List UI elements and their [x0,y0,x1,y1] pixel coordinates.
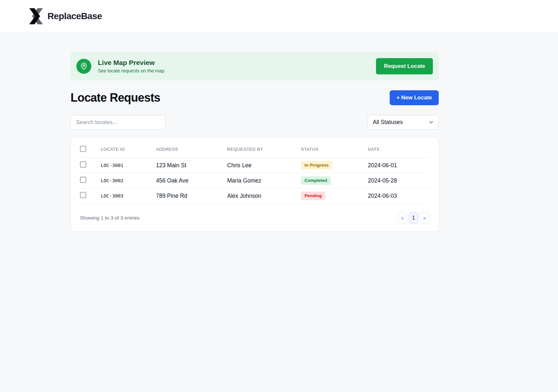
requested-by-cell: Chris Lee [227,162,301,169]
column-header-address: ADDRESS [156,147,227,152]
address-cell: 789 Pine Rd [156,193,227,199]
live-map-banner: Live Map Preview See locate requests on … [71,52,439,81]
locate-id-cell: LOC-3002 [101,178,156,183]
status-badge: In Progress [301,161,332,170]
table-header-row: LOCATE ID ADDRESS REQUESTED BY STATUS DA… [80,141,429,158]
date-cell: 2024-05-28 [368,177,429,184]
page-title: Locate Requests [71,91,160,105]
status-badge: Completed [301,176,331,185]
pagination-next-button[interactable]: > [420,212,429,224]
banner-title: Live Map Preview [98,59,164,67]
brand-name: ReplaceBase [47,11,102,21]
column-header-date: DATE [368,147,429,152]
address-cell: 456 Oak Ave [156,177,227,184]
pagination-prev-button[interactable]: < [398,212,407,224]
live-map-banner-text: Live Map Preview See locate requests on … [98,59,164,73]
table-footer: Showing 1 to 3 of 3 entries < 1 > [80,204,429,224]
filter-row: All Statuses [71,115,439,130]
search-input[interactable] [71,115,165,130]
table-row: LOC-3003 789 Pine Rd Alex Johnson Pendin… [80,188,429,204]
request-locate-button[interactable]: Request Locate [376,58,433,74]
entries-summary: Showing 1 to 3 of 3 entries [80,215,140,221]
column-header-requested-by: REQUESTED BY [227,147,301,152]
row-checkbox[interactable] [80,192,86,198]
pagination: < 1 > [398,212,429,224]
replacebase-x-logo-icon [29,8,43,24]
table-row: LOC-3002 456 Oak Ave Maria Gomez Complet… [80,173,429,188]
status-filter-value: All Statuses [373,119,403,126]
table-row: LOC-3001 123 Main St Chris Lee In Progre… [80,158,429,173]
date-cell: 2024-06-01 [368,162,429,169]
select-all-checkbox[interactable] [80,146,86,152]
locate-id-cell: LOC-3001 [101,163,156,168]
column-header-status: STATUS [301,147,368,152]
map-pin-icon [76,59,91,74]
locate-requests-table-card: LOCATE ID ADDRESS REQUESTED BY STATUS DA… [71,137,439,232]
brand-logo[interactable]: ReplaceBase [29,8,102,24]
status-badge: Pending [301,192,325,200]
chevron-down-icon [428,119,434,125]
row-checkbox[interactable] [80,177,86,183]
requested-by-cell: Maria Gomez [227,177,301,184]
new-locate-button[interactable]: + New Locate [390,90,439,105]
app-header: ReplaceBase [0,0,558,33]
locate-id-cell: LOC-3003 [101,193,156,198]
requested-by-cell: Alex Johnson [227,193,301,199]
live-map-banner-info: Live Map Preview See locate requests on … [76,59,164,74]
main-content: Live Map Preview See locate requests on … [71,52,439,258]
address-cell: 123 Main St [156,162,227,169]
pagination-page-1-button[interactable]: 1 [409,212,418,224]
status-filter-select[interactable]: All Statuses [368,115,439,130]
banner-subtitle: See locate requests on the map [98,68,164,73]
title-row: Locate Requests + New Locate [71,90,439,105]
row-checkbox[interactable] [80,161,86,168]
column-header-locate-id: LOCATE ID [101,147,156,152]
date-cell: 2024-06-03 [368,193,429,199]
